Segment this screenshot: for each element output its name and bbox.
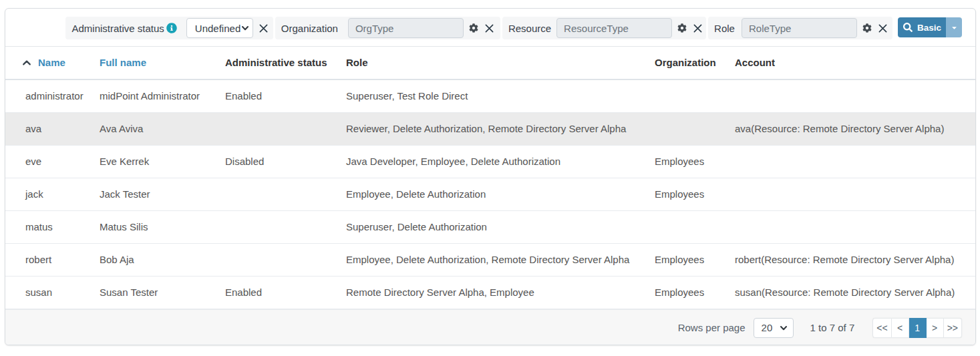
- cell-account: ava(Resource: Remote Directory Server Al…: [729, 112, 975, 145]
- cell-administrative-status: Disabled: [220, 145, 341, 178]
- cell-account: [729, 145, 975, 178]
- chevron-down-icon: [780, 324, 788, 332]
- cell-full-name: Jack Tester: [94, 178, 220, 210]
- cell-full-name: Eve Kerrek: [94, 145, 220, 178]
- close-icon: [878, 24, 887, 33]
- administrative-status-select[interactable]: Undefined: [186, 18, 253, 38]
- filter-role: Role: [708, 17, 892, 39]
- cell-role: Employee, Delete Authorization, Remote D…: [341, 243, 649, 276]
- table-footer: Rows per page 20 1 to 7 of 7 <<<1>>>: [5, 309, 975, 346]
- cell-administrative-status: [220, 112, 341, 145]
- search-split-button: Basic: [898, 17, 962, 37]
- cell-full-name: Matus Silis: [94, 210, 220, 243]
- cell-organization: [649, 79, 729, 112]
- pagination-count-label: 1 to 7 of 7: [810, 322, 855, 333]
- table-row[interactable]: jackJack TesterEmployee, Delete Authoriz…: [5, 178, 975, 210]
- pagination: <<<1>>>: [872, 318, 962, 338]
- column-header-organization: Organization: [649, 47, 729, 80]
- column-header-role: Role: [341, 47, 649, 80]
- search-bar: Administrative status Undefined Organiza…: [5, 9, 975, 46]
- search-filter-items: Administrative status Undefined Organiza…: [65, 17, 892, 39]
- last-page-button[interactable]: >>: [944, 318, 962, 338]
- cell-role: Remote Directory Server Alpha, Employee: [341, 276, 649, 309]
- first-page-button[interactable]: <<: [872, 318, 891, 338]
- cell-name: susan: [5, 276, 94, 309]
- cell-full-name: Ava Aviva: [94, 112, 220, 145]
- remove-filter-organization-button[interactable]: [485, 24, 494, 33]
- cell-name: robert: [5, 243, 94, 276]
- cell-role: Superuser, Delete Authorization: [341, 210, 649, 243]
- table-row[interactable]: robertBob AjaEmployee, Delete Authorizat…: [5, 243, 975, 276]
- cell-name: matus: [5, 210, 94, 243]
- cell-full-name: midPoint Administrator: [94, 79, 220, 112]
- info-icon[interactable]: [166, 23, 177, 33]
- cell-account: susan(Resource: Remote Directory Server …: [729, 276, 975, 309]
- cell-administrative-status: [220, 243, 341, 276]
- cell-account: [729, 210, 975, 243]
- close-icon: [485, 24, 494, 33]
- cell-account: [729, 79, 975, 112]
- previous-page-button[interactable]: <: [892, 318, 909, 338]
- rows-per-page-select[interactable]: 20: [754, 318, 794, 338]
- role-input[interactable]: [742, 18, 857, 38]
- cell-name: eve: [5, 145, 94, 178]
- cell-name: ava: [5, 112, 94, 145]
- search-icon: [903, 23, 913, 32]
- users-table: Name Full name Administrative status Rol…: [5, 46, 975, 309]
- configure-resource-filter-button[interactable]: [677, 23, 687, 33]
- filter-resource-label: Resource: [508, 23, 551, 34]
- filter-role-label: Role: [714, 23, 735, 34]
- cell-name: administrator: [5, 79, 94, 112]
- chevron-down-icon: [241, 24, 249, 32]
- administrative-status-select-value: Undefined: [195, 23, 240, 34]
- cell-organization: Employees: [649, 276, 729, 309]
- column-header-name-link[interactable]: Name: [38, 57, 65, 68]
- remove-filter-administrative-status-button[interactable]: [259, 24, 268, 33]
- sort-ascending-icon[interactable]: [22, 58, 31, 67]
- table-row[interactable]: eveEve KerrekDisabledJava Developer, Emp…: [5, 145, 975, 178]
- close-icon: [259, 24, 268, 33]
- table-row[interactable]: matusMatus SilisSuperuser, Delete Author…: [5, 210, 975, 243]
- search-mode-dropdown-toggle[interactable]: [946, 17, 962, 37]
- column-header-full-name-link[interactable]: Full name: [100, 57, 146, 68]
- cell-role: Reviewer, Delete Authorization, Remote D…: [341, 112, 649, 145]
- rows-per-page-value: 20: [762, 322, 773, 333]
- resource-input[interactable]: [556, 18, 672, 38]
- table-header-row: Name Full name Administrative status Rol…: [5, 47, 975, 80]
- cell-organization: [649, 112, 729, 145]
- cell-role: Employee, Delete Authorization: [341, 178, 649, 210]
- caret-down-icon: [951, 24, 958, 31]
- cell-organization: Employees: [649, 178, 729, 210]
- gear-icon: [677, 23, 687, 33]
- rows-per-page-label: Rows per page: [678, 322, 746, 333]
- remove-filter-resource-button[interactable]: [693, 24, 702, 33]
- cell-administrative-status: Enabled: [220, 276, 341, 309]
- close-icon: [693, 24, 702, 33]
- remove-filter-role-button[interactable]: [878, 24, 887, 33]
- cell-organization: Employees: [649, 243, 729, 276]
- cell-name: jack: [5, 178, 94, 210]
- cell-role: Superuser, Test Role Direct: [341, 79, 649, 112]
- page-1-button[interactable]: 1: [909, 318, 927, 338]
- cell-role: Java Developer, Employee, Delete Authori…: [341, 145, 649, 178]
- basic-search-button-label: Basic: [917, 23, 941, 33]
- organization-input[interactable]: [348, 18, 464, 38]
- cell-account: robert(Resource: Remote Directory Server…: [729, 243, 975, 276]
- cell-account: [729, 178, 975, 210]
- filter-administrative-status-label: Administrative status: [71, 23, 164, 34]
- cell-organization: [649, 210, 729, 243]
- filter-organization-label: Organization: [281, 23, 338, 34]
- table-row[interactable]: administratormidPoint AdministratorEnabl…: [5, 79, 975, 112]
- cell-administrative-status: [220, 178, 341, 210]
- cell-administrative-status: [220, 210, 341, 243]
- filter-organization: Organization: [275, 17, 500, 39]
- configure-organization-filter-button[interactable]: [469, 23, 478, 33]
- next-page-button[interactable]: >: [927, 318, 944, 338]
- table-row[interactable]: susanSusan TesterEnabledRemote Directory…: [5, 276, 975, 309]
- filter-resource: Resource: [502, 17, 706, 39]
- table-row[interactable]: avaAva AvivaReviewer, Delete Authorizati…: [5, 112, 975, 145]
- configure-role-filter-button[interactable]: [862, 23, 872, 33]
- column-header-name: Name: [5, 47, 94, 80]
- basic-search-button[interactable]: Basic: [898, 17, 946, 37]
- cell-organization: Employees: [649, 145, 729, 178]
